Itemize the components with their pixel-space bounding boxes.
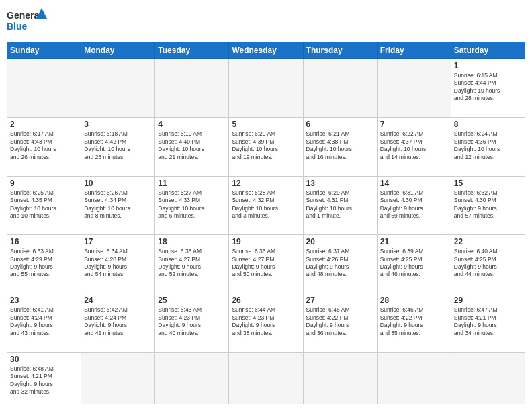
day-info: Sunrise: 6:41 AM Sunset: 4:24 PM Dayligh… xyxy=(10,306,78,337)
day-number: 28 xyxy=(380,295,448,305)
day-info: Sunrise: 6:48 AM Sunset: 4:21 PM Dayligh… xyxy=(10,365,78,396)
day-number: 15 xyxy=(454,179,522,188)
weekday-header-saturday: Saturday xyxy=(451,42,525,59)
day-number: 21 xyxy=(380,237,448,246)
calendar-table: SundayMondayTuesdayWednesdayThursdayFrid… xyxy=(7,42,525,404)
day-info: Sunrise: 6:17 AM Sunset: 4:43 PM Dayligh… xyxy=(10,130,78,161)
calendar-cell xyxy=(229,59,303,118)
calendar-cell: 26Sunrise: 6:44 AM Sunset: 4:23 PM Dayli… xyxy=(229,293,303,352)
calendar-cell: 16Sunrise: 6:33 AM Sunset: 4:29 PM Dayli… xyxy=(7,235,81,293)
day-number: 14 xyxy=(380,179,448,188)
day-info: Sunrise: 6:34 AM Sunset: 4:28 PM Dayligh… xyxy=(84,248,152,279)
day-number: 10 xyxy=(84,179,152,188)
day-info: Sunrise: 6:27 AM Sunset: 4:33 PM Dayligh… xyxy=(158,189,226,220)
week-row-1: 2Sunrise: 6:17 AM Sunset: 4:43 PM Daylig… xyxy=(7,118,525,176)
day-number: 18 xyxy=(158,237,226,246)
day-info: Sunrise: 6:46 AM Sunset: 4:22 PM Dayligh… xyxy=(380,306,448,337)
calendar-cell: 6Sunrise: 6:21 AM Sunset: 4:38 PM Daylig… xyxy=(303,118,377,176)
day-number: 20 xyxy=(306,237,374,246)
day-info: Sunrise: 6:25 AM Sunset: 4:35 PM Dayligh… xyxy=(10,189,78,220)
svg-text:Blue: Blue xyxy=(7,21,28,32)
calendar-cell: 9Sunrise: 6:25 AM Sunset: 4:35 PM Daylig… xyxy=(7,176,81,234)
day-number: 23 xyxy=(10,295,78,305)
day-number: 4 xyxy=(158,120,226,129)
day-info: Sunrise: 6:42 AM Sunset: 4:24 PM Dayligh… xyxy=(84,306,152,337)
svg-text:General: General xyxy=(7,10,42,21)
calendar-cell xyxy=(155,59,229,118)
week-row-5: 30Sunrise: 6:48 AM Sunset: 4:21 PM Dayli… xyxy=(7,352,525,404)
calendar-cell xyxy=(377,59,451,118)
week-row-4: 23Sunrise: 6:41 AM Sunset: 4:24 PM Dayli… xyxy=(7,293,525,352)
day-number: 25 xyxy=(158,295,226,305)
day-number: 12 xyxy=(232,179,300,188)
calendar-cell xyxy=(303,352,377,404)
calendar-cell: 8Sunrise: 6:24 AM Sunset: 4:36 PM Daylig… xyxy=(451,118,525,176)
weekday-header-thursday: Thursday xyxy=(303,42,377,59)
weekday-header-tuesday: Tuesday xyxy=(155,42,229,59)
calendar-cell: 14Sunrise: 6:31 AM Sunset: 4:30 PM Dayli… xyxy=(377,176,451,234)
day-number: 19 xyxy=(232,237,300,246)
calendar-cell: 10Sunrise: 6:26 AM Sunset: 4:34 PM Dayli… xyxy=(81,176,155,234)
day-info: Sunrise: 6:36 AM Sunset: 4:27 PM Dayligh… xyxy=(232,248,300,279)
day-info: Sunrise: 6:33 AM Sunset: 4:29 PM Dayligh… xyxy=(10,248,78,279)
calendar-cell: 17Sunrise: 6:34 AM Sunset: 4:28 PM Dayli… xyxy=(81,235,155,293)
day-number: 8 xyxy=(454,120,522,129)
day-info: Sunrise: 6:39 AM Sunset: 4:25 PM Dayligh… xyxy=(380,248,448,279)
week-row-0: 1Sunrise: 6:15 AM Sunset: 4:44 PM Daylig… xyxy=(7,59,525,118)
day-number: 16 xyxy=(10,237,78,246)
day-info: Sunrise: 6:37 AM Sunset: 4:26 PM Dayligh… xyxy=(306,248,374,279)
calendar-cell: 25Sunrise: 6:43 AM Sunset: 4:23 PM Dayli… xyxy=(155,293,229,352)
calendar-cell: 13Sunrise: 6:29 AM Sunset: 4:31 PM Dayli… xyxy=(303,176,377,234)
calendar-cell xyxy=(451,352,525,404)
day-info: Sunrise: 6:21 AM Sunset: 4:38 PM Dayligh… xyxy=(306,130,374,161)
logo: General Blue xyxy=(7,7,47,36)
day-number: 2 xyxy=(10,120,78,129)
calendar-cell: 20Sunrise: 6:37 AM Sunset: 4:26 PM Dayli… xyxy=(303,235,377,293)
day-number: 26 xyxy=(232,295,300,305)
day-info: Sunrise: 6:19 AM Sunset: 4:40 PM Dayligh… xyxy=(158,130,226,161)
day-number: 1 xyxy=(454,61,522,71)
calendar-cell: 22Sunrise: 6:40 AM Sunset: 4:25 PM Dayli… xyxy=(451,235,525,293)
calendar-cell: 11Sunrise: 6:27 AM Sunset: 4:33 PM Dayli… xyxy=(155,176,229,234)
calendar-cell xyxy=(155,352,229,404)
day-info: Sunrise: 6:45 AM Sunset: 4:22 PM Dayligh… xyxy=(306,306,374,337)
day-number: 27 xyxy=(306,295,374,305)
calendar-cell: 28Sunrise: 6:46 AM Sunset: 4:22 PM Dayli… xyxy=(377,293,451,352)
day-info: Sunrise: 6:22 AM Sunset: 4:37 PM Dayligh… xyxy=(380,130,448,161)
calendar-cell: 30Sunrise: 6:48 AM Sunset: 4:21 PM Dayli… xyxy=(7,352,81,404)
day-info: Sunrise: 6:32 AM Sunset: 4:30 PM Dayligh… xyxy=(454,189,522,220)
calendar-cell xyxy=(229,352,303,404)
calendar-cell: 3Sunrise: 6:18 AM Sunset: 4:42 PM Daylig… xyxy=(81,118,155,176)
calendar-cell: 2Sunrise: 6:17 AM Sunset: 4:43 PM Daylig… xyxy=(7,118,81,176)
weekday-header-wednesday: Wednesday xyxy=(229,42,303,59)
weekday-header-sunday: Sunday xyxy=(7,42,81,59)
calendar-cell: 12Sunrise: 6:28 AM Sunset: 4:32 PM Dayli… xyxy=(229,176,303,234)
day-info: Sunrise: 6:26 AM Sunset: 4:34 PM Dayligh… xyxy=(84,189,152,220)
day-number: 5 xyxy=(232,120,300,129)
week-row-2: 9Sunrise: 6:25 AM Sunset: 4:35 PM Daylig… xyxy=(7,176,525,234)
day-info: Sunrise: 6:43 AM Sunset: 4:23 PM Dayligh… xyxy=(158,306,226,337)
day-info: Sunrise: 6:44 AM Sunset: 4:23 PM Dayligh… xyxy=(232,306,300,337)
calendar-cell xyxy=(81,59,155,118)
day-info: Sunrise: 6:35 AM Sunset: 4:27 PM Dayligh… xyxy=(158,248,226,279)
day-info: Sunrise: 6:29 AM Sunset: 4:31 PM Dayligh… xyxy=(306,189,374,220)
day-number: 9 xyxy=(10,179,78,188)
day-number: 22 xyxy=(454,237,522,246)
day-number: 30 xyxy=(10,355,78,364)
weekday-header-monday: Monday xyxy=(81,42,155,59)
calendar-cell: 27Sunrise: 6:45 AM Sunset: 4:22 PM Dayli… xyxy=(303,293,377,352)
day-number: 29 xyxy=(454,295,522,305)
day-number: 6 xyxy=(306,120,374,129)
calendar-cell: 29Sunrise: 6:47 AM Sunset: 4:21 PM Dayli… xyxy=(451,293,525,352)
day-info: Sunrise: 6:31 AM Sunset: 4:30 PM Dayligh… xyxy=(380,189,448,220)
day-info: Sunrise: 6:18 AM Sunset: 4:42 PM Dayligh… xyxy=(84,130,152,161)
calendar-cell xyxy=(303,59,377,118)
weekday-header-friday: Friday xyxy=(377,42,451,59)
calendar-cell: 4Sunrise: 6:19 AM Sunset: 4:40 PM Daylig… xyxy=(155,118,229,176)
day-number: 11 xyxy=(158,179,226,188)
day-info: Sunrise: 6:28 AM Sunset: 4:32 PM Dayligh… xyxy=(232,189,300,220)
day-info: Sunrise: 6:20 AM Sunset: 4:39 PM Dayligh… xyxy=(232,130,300,161)
calendar-cell: 5Sunrise: 6:20 AM Sunset: 4:39 PM Daylig… xyxy=(229,118,303,176)
calendar-cell xyxy=(7,59,81,118)
calendar-cell xyxy=(377,352,451,404)
